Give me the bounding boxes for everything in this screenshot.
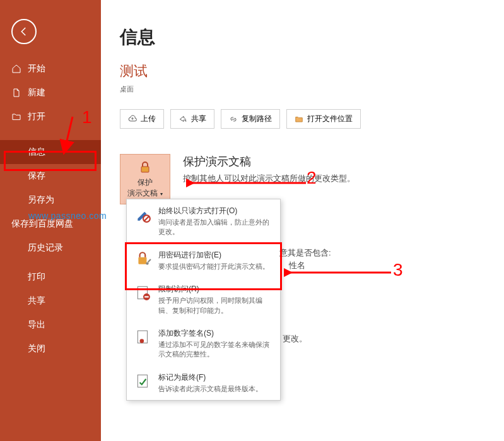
share-icon: [179, 115, 187, 124]
file-icon: [11, 88, 21, 98]
sidebar-item-share[interactable]: 共享: [0, 289, 101, 313]
button-label: 复制路径: [242, 114, 272, 124]
lock-icon: [138, 160, 153, 175]
sidebar-item-label: 保存: [28, 170, 45, 182]
menu-item-restrict[interactable]: 限制访问(R) 授予用户访问权限，同时限制其编辑、复制和打印能力。: [127, 278, 280, 322]
signature-icon: [134, 328, 152, 346]
breadcrumb: 桌面: [120, 85, 485, 94]
open-location-button[interactable]: 打开文件位置: [286, 109, 361, 129]
sidebar: 开始 新建 打开 信息 保存 另存为 保存到百度网盘 历史记录 打印: [0, 0, 101, 441]
menu-title: 标记为最终(F): [158, 372, 273, 383]
button-label: 上传: [141, 114, 156, 124]
pencil-forbidden-icon: [134, 206, 152, 223]
sidebar-item-label: 保存到百度网盘: [11, 218, 73, 230]
final-icon: [134, 372, 152, 390]
restrict-icon: [134, 284, 152, 302]
upload-button[interactable]: 上传: [120, 109, 164, 129]
bg-text-1: 意其是否包含:: [279, 247, 331, 259]
protect-presentation-button[interactable]: 保护演示文稿 ▾: [120, 154, 170, 204]
sidebar-item-close[interactable]: 关闭: [0, 337, 101, 361]
menu-item-signature[interactable]: 添加数字签名(S) 通过添加不可见的数字签名来确保演示文稿的完整性。: [127, 322, 280, 366]
menu-title: 限制访问(R): [158, 284, 273, 295]
sidebar-item-saveas[interactable]: 另存为: [0, 188, 101, 212]
sidebar-item-label: 打开: [28, 111, 45, 122]
bg-text-3: 更改。: [283, 333, 307, 344]
sidebar-item-print[interactable]: 打印: [0, 265, 101, 289]
sidebar-item-history[interactable]: 历史记录: [0, 236, 101, 260]
menu-title: 添加数字签名(S): [158, 328, 273, 339]
menu-desc: 询问读者是否加入编辑，防止意外的更改。: [158, 218, 273, 237]
home-icon: [11, 64, 21, 74]
share-button[interactable]: 共享: [170, 109, 214, 129]
svg-line-2: [144, 216, 149, 221]
svg-rect-10: [138, 375, 147, 387]
menu-desc: 授予用户访问权限，同时限制其编辑、复制和打印能力。: [158, 296, 273, 315]
menu-desc: 告诉读者此演示文稿是最终版本。: [158, 384, 273, 394]
sidebar-item-label: 开始: [28, 63, 45, 74]
sidebar-item-label: 另存为: [28, 194, 54, 206]
protect-dropdown-menu: 始终以只读方式打开(O) 询问读者是否加入编辑，防止意外的更改。 用密码进行加密…: [126, 199, 281, 401]
back-button[interactable]: [11, 19, 37, 44]
menu-title: 用密码进行加密(E): [158, 250, 273, 261]
protect-desc: 控制其他人可以对此演示文稿所做的更改类型。: [183, 173, 355, 184]
folder-icon: [11, 112, 21, 122]
sidebar-item-info[interactable]: 信息: [0, 140, 101, 164]
menu-item-encrypt[interactable]: 用密码进行加密(E) 要求提供密码才能打开此演示文稿。: [127, 244, 280, 278]
folder-open-icon: [295, 115, 303, 124]
sidebar-item-label: 导出: [28, 319, 45, 331]
sidebar-item-label: 新建: [28, 87, 45, 98]
sidebar-item-new[interactable]: 新建: [0, 81, 101, 105]
svg-rect-0: [141, 167, 149, 172]
sidebar-item-label: 共享: [28, 295, 45, 307]
sidebar-item-baidu[interactable]: 保存到百度网盘: [0, 212, 101, 236]
sidebar-item-label: 关闭: [28, 343, 45, 355]
sidebar-item-export[interactable]: 导出: [0, 313, 101, 337]
sidebar-item-save[interactable]: 保存: [0, 164, 101, 188]
button-label: 共享: [191, 114, 206, 124]
menu-item-readonly[interactable]: 始终以只读方式打开(O) 询问读者是否加入编辑，防止意外的更改。: [127, 199, 280, 244]
sidebar-item-label: 历史记录: [28, 242, 63, 254]
arrow-left-icon: [18, 26, 30, 37]
sidebar-item-label: 信息: [28, 146, 45, 158]
action-row: 上传 共享 复制路径 打开文件位置: [120, 109, 485, 129]
protect-info: 保护演示文稿 控制其他人可以对此演示文稿所做的更改类型。: [183, 154, 355, 184]
menu-desc: 通过添加不可见的数字签名来确保演示文稿的完整性。: [158, 340, 273, 360]
menu-item-markfinal[interactable]: 标记为最终(F) 告诉读者此演示文稿是最终版本。: [127, 366, 280, 400]
cloud-icon: [128, 115, 137, 124]
svg-rect-3: [138, 257, 146, 264]
file-title: 测试: [120, 62, 485, 81]
annotation-number-1: 1: [82, 107, 92, 127]
lock-key-icon: [134, 250, 152, 268]
tile-text-1: 保护: [138, 178, 153, 187]
button-label: 打开文件位置: [307, 114, 353, 124]
page-title: 信息: [120, 25, 485, 49]
sidebar-item-home[interactable]: 开始: [0, 57, 101, 81]
copy-path-button[interactable]: 复制路径: [221, 109, 280, 129]
svg-point-4: [146, 262, 148, 264]
protect-section: 保护演示文稿 ▾ 保护演示文稿 控制其他人可以对此演示文稿所做的更改类型。: [120, 154, 485, 204]
link-icon: [229, 115, 238, 124]
tile-text-2: 演示文稿: [127, 189, 158, 197]
menu-desc: 要求提供密码才能打开此演示文稿。: [158, 262, 273, 271]
sidebar-item-label: 打印: [28, 271, 45, 283]
menu-title: 始终以只读方式打开(O): [158, 206, 273, 216]
annotation-number-3: 3: [393, 260, 403, 280]
bg-text-2: 性名: [289, 260, 305, 271]
protect-heading: 保护演示文稿: [183, 154, 355, 169]
annotation-number-2: 2: [307, 168, 317, 188]
